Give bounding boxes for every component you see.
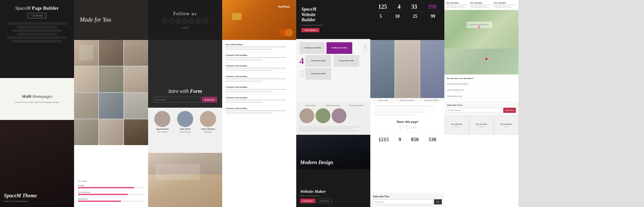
p1-row-4 xyxy=(17,33,57,35)
p3-linkedin-icon[interactable]: l xyxy=(203,18,208,24)
p4-text-line-14 xyxy=(225,113,273,113)
p5-label3: Motorious Builder xyxy=(346,104,367,106)
p6-stats-top: 125 4 33 398 5 10 25 99 xyxy=(370,0,444,40)
p2-bar2-fill xyxy=(78,194,128,195)
p1-top-section: SpaceM Page Builder Get Started xyxy=(0,0,74,78)
p7-tab-sub-2: subtitle xyxy=(479,126,484,127)
p4-text-line-12 xyxy=(225,102,263,103)
p5-step2-box: Realization of idea xyxy=(327,42,352,54)
p5-process-row-1: Coming up with idea Realization of idea … xyxy=(299,42,367,54)
p3-pinterest-icon[interactable]: p xyxy=(196,18,201,24)
p4-text-line-8 xyxy=(225,81,263,82)
p3-email-input[interactable] xyxy=(153,97,201,103)
p7-col-title-2: Text with title2 xyxy=(470,2,493,4)
p1-row-6 xyxy=(12,40,62,43)
p6-share-twitter-icon[interactable]: t xyxy=(405,125,410,129)
p7-subscribe-button[interactable]: Subscribe xyxy=(503,108,516,113)
p1-bottom-title: SpaceM Theme xyxy=(4,193,37,199)
p5-step4-box: Get project result xyxy=(334,55,359,67)
p3-youtube-icon[interactable]: y xyxy=(189,18,194,24)
p1-mid-sub: Choose from a wide variety of homepage d… xyxy=(15,101,60,104)
p1-bottom-sub: Easy to use and customize xyxy=(4,200,37,203)
p2-skills-title: Our Skills xyxy=(78,180,144,182)
p3-office-photo xyxy=(148,153,222,207)
p2-top-title: Made for You xyxy=(80,16,111,24)
p5-label2: Mobile responsive xyxy=(322,104,344,106)
p4-col-heading-6: Columns with heading xyxy=(225,96,293,99)
p6-stat-4: 398 xyxy=(428,4,436,10)
p7-tab-3[interactable]: Text with title3 subtitle xyxy=(494,115,518,135)
p6-footer-num-2: 9 xyxy=(399,137,401,143)
p7-subscribe-input[interactable] xyxy=(447,108,502,113)
p6-stats-sub: 5 10 25 99 xyxy=(373,13,442,19)
p5-get-started-button[interactable]: Get Started xyxy=(301,28,319,32)
p5-process-row-3: 5 Get project result xyxy=(299,68,367,80)
p2-bar2-wrap: Development xyxy=(78,191,144,196)
p5-num5: 5 xyxy=(299,69,304,79)
p6-photo-labels: Retina ready Mobile responsive Motorious… xyxy=(370,98,444,103)
p1-get-started-button[interactable]: Get Started xyxy=(28,13,46,18)
p6-stat-num-1: 125 xyxy=(378,4,387,10)
p3-facebook-icon[interactable]: f xyxy=(162,18,167,24)
p4-text-line-7 xyxy=(225,78,286,79)
p6-photo-label-2: Mobile responsive xyxy=(396,99,419,101)
p4-col-heading-7: Columns with heading xyxy=(225,107,293,110)
p7-subscribe-section: Subscribe Form Subscribe xyxy=(444,101,518,115)
p4-col-row-3: Columns with heading xyxy=(225,64,293,73)
p2-cell-10 xyxy=(74,119,98,145)
p3-instagram-icon[interactable]: i xyxy=(183,18,188,24)
p5-team-labels: Retina ready Mobile responsive Motorious… xyxy=(299,104,367,106)
p5-wm-secondary-button[interactable]: Learn More xyxy=(317,199,332,203)
p7-map-pin-2 xyxy=(485,57,488,61)
p5-process-section: Coming up with idea Realization of idea … xyxy=(296,39,370,102)
p7-faq-title: Do you have any questions? xyxy=(447,77,516,80)
p3-subscribe-button[interactable]: Subscribe xyxy=(202,97,217,103)
p7-tab-1[interactable]: Text with title1 subtitle xyxy=(444,115,469,135)
p3-google-icon[interactable]: g xyxy=(176,18,181,24)
p3-person-1: Agustin Iguedo CEO / Founder xyxy=(151,111,174,133)
p5-wm-primary-button[interactable]: Get Started xyxy=(300,199,315,203)
p3-person-3: Clarice Bandono Marketing xyxy=(197,111,219,133)
p4-col-row-2: Columns with heading xyxy=(225,54,293,63)
p2-bar3-bg xyxy=(78,201,144,202)
p2-bar3-wrap: Marketing xyxy=(78,198,144,203)
p5-top-section: SpaceM Website Builder Professional webs… xyxy=(296,0,370,39)
panel-made-for-you: Made for You xyxy=(74,0,148,207)
p2-bar3-fill xyxy=(78,201,121,202)
p7-tab-title-3: Text with title3 xyxy=(500,123,512,125)
p6-photo-grid xyxy=(370,40,444,98)
p5-modern-section: Modern Design xyxy=(296,135,370,169)
p6-subscribe-row: Go xyxy=(373,199,442,204)
p6-share-google-icon[interactable]: g xyxy=(412,125,416,129)
p3-person1-name: Agustin Iguedo xyxy=(156,128,169,130)
p3-follow-sub: @ 00000 xyxy=(182,27,189,29)
p6-share-icons: f t g xyxy=(399,125,416,129)
p7-faq-chevron-icon-2: › xyxy=(515,88,516,91)
p7-faq-item-1[interactable]: Question about the product › xyxy=(447,81,516,86)
p3-intro-title: Intro with Form xyxy=(168,88,202,94)
p6-photo-1 xyxy=(370,40,394,98)
p7-faq-item-3[interactable]: Third question item › xyxy=(447,94,516,99)
p2-cell-9 xyxy=(124,93,148,119)
p2-photo-grid xyxy=(74,40,148,143)
p6-sub-num-1: 5 xyxy=(380,14,382,19)
p7-tab-2[interactable]: Text with title2 subtitle xyxy=(469,115,494,135)
p7-col-title-1: Text with title1 xyxy=(446,2,469,4)
p6-subscribe-input[interactable] xyxy=(373,199,433,204)
p2-bar1-bg xyxy=(78,187,144,188)
p4-chip xyxy=(232,13,242,20)
p6-subscribe-button[interactable]: Go xyxy=(434,199,442,204)
p7-faq-q-2: Another question here xyxy=(447,89,514,91)
p4-text-line-13 xyxy=(225,110,286,111)
p4-text-line-2 xyxy=(225,49,273,50)
p3-person2-name: Jenny Moore xyxy=(180,128,191,130)
p4-col-heading-4: Columns with heading xyxy=(225,75,293,78)
p1-row-1 xyxy=(7,22,67,25)
p2-cell-1 xyxy=(74,40,98,66)
p2-bar3-label: Marketing xyxy=(78,198,144,200)
p3-twitter-icon[interactable]: t xyxy=(169,18,174,24)
p5-num3: 3 xyxy=(363,43,367,53)
p6-share-facebook-icon[interactable]: f xyxy=(399,125,403,129)
p7-faq-item-2[interactable]: Another question here › xyxy=(447,87,516,93)
p5-avatar-2 xyxy=(316,108,330,123)
